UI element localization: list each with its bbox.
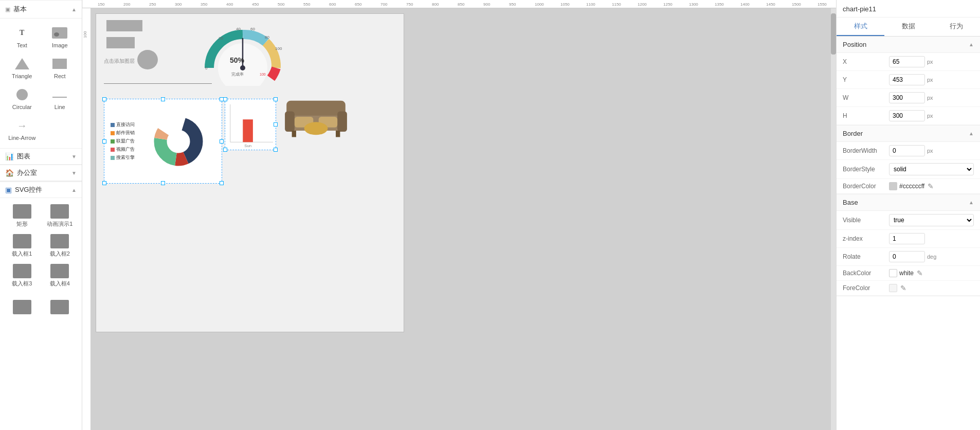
ruler-left-svg: 100 150 200 250 300 350 400 450 500 550 <box>82 8 90 430</box>
bar-chart[interactable]: Sun <box>225 99 276 150</box>
svg-item-load4[interactable]: 载入框4 <box>42 262 78 290</box>
borderwidth-unit: px <box>927 148 933 154</box>
visible-select[interactable]: true false <box>889 214 974 226</box>
triangle-label: Triangle <box>12 73 32 79</box>
tab-data[interactable]: 数据 <box>884 17 932 36</box>
canvas-circle[interactable] <box>137 50 158 69</box>
svg-rect-31 <box>82 8 90 430</box>
handle-ml[interactable] <box>102 139 106 144</box>
svg-item-load1[interactable]: 载入框1 <box>4 232 40 260</box>
svg-rect-71 <box>336 131 340 137</box>
handle-mr[interactable] <box>220 139 224 144</box>
svg-anim1-icon <box>50 204 69 219</box>
svg-load1-icon <box>13 234 31 248</box>
bordercolor-box[interactable] <box>889 182 897 190</box>
border-section-header[interactable]: Border ▲ <box>837 126 980 142</box>
circular-label: Circular <box>12 104 32 110</box>
pie-legend: 直接访问 邮件营销 联盟广告 <box>107 102 138 180</box>
bar-handle-br[interactable] <box>274 148 278 152</box>
image-shape-icon <box>50 26 69 40</box>
legend-color-1 <box>111 131 115 135</box>
svg-item-anim1[interactable]: 动画演示1 <box>42 202 78 230</box>
position-y-row: Y px <box>837 71 980 89</box>
svg-point-69 <box>304 122 328 135</box>
svg-load3-label: 载入框3 <box>12 280 32 288</box>
backcolor-row: BackColor white ✎ <box>837 266 980 281</box>
borderstyle-select[interactable]: solid dashed dotted <box>889 163 974 175</box>
forecolor-box[interactable] <box>889 284 897 292</box>
canvas-area[interactable]: 点击添加图层 <box>90 8 836 430</box>
chart-icon: 📊 <box>5 152 14 160</box>
svg-item-extra2[interactable] <box>42 298 78 318</box>
rect-label: Rect <box>54 73 66 79</box>
svg-item-rect[interactable]: 矩形 <box>4 202 40 230</box>
forecolor-edit-icon[interactable]: ✎ <box>900 284 906 292</box>
svg-text:Sun: Sun <box>244 144 251 148</box>
zindex-input[interactable] <box>889 233 925 244</box>
position-section-header[interactable]: Position ▲ <box>837 37 980 53</box>
handle-bm[interactable] <box>161 181 165 185</box>
right-tabs: 样式 数据 行为 <box>837 17 980 37</box>
handle-bl[interactable] <box>102 181 106 185</box>
base-section-header[interactable]: Base ▲ <box>837 194 980 211</box>
svg-item-extra1[interactable] <box>4 298 40 318</box>
svg-text:0: 0 <box>205 66 208 70</box>
handle-br[interactable] <box>220 181 224 185</box>
svg-text:完成率: 完成率 <box>231 72 244 77</box>
svg-section-header[interactable]: ▣ SVG控件 ▲ <box>0 182 82 198</box>
pie-chart[interactable]: 直接访问 邮件营销 联盟广告 <box>104 99 222 184</box>
svg-text:1100: 1100 <box>586 2 595 7</box>
bar-chart-svg: Sun <box>225 99 276 150</box>
x-input[interactable] <box>889 56 925 67</box>
bar-handle-tl[interactable] <box>223 97 227 101</box>
tab-behavior[interactable]: 行为 <box>932 17 980 36</box>
scrollbar-thumb[interactable] <box>831 13 836 55</box>
basic-section-icon: ▣ <box>5 6 10 13</box>
handle-tm[interactable] <box>161 97 165 101</box>
rotate-input[interactable] <box>889 251 925 262</box>
sidebar-item-circular[interactable]: Circular <box>4 84 40 113</box>
bar-handle-mr[interactable] <box>274 122 278 127</box>
bar-handle-tr[interactable] <box>274 97 278 101</box>
sidebar-item-rect[interactable]: Rect <box>42 53 78 82</box>
bordercolor-edit-icon[interactable]: ✎ <box>928 182 934 190</box>
backcolor-edit-icon[interactable]: ✎ <box>917 269 923 277</box>
backcolor-box[interactable] <box>889 269 897 277</box>
more-items-grid <box>0 294 82 322</box>
tab-style[interactable]: 样式 <box>837 17 884 36</box>
ruler-top-svg: 150 200 250 300 350 400 450 500 550 600 … <box>82 0 836 8</box>
w-input[interactable] <box>889 92 925 103</box>
h-input[interactable] <box>889 110 925 121</box>
svg-rect-61 <box>243 119 253 142</box>
zindex-value-container <box>889 233 974 244</box>
svg-load4-label: 载入框4 <box>50 280 70 288</box>
gauge-chart[interactable]: 0 20 40 60 80 100 完成率 50% 100 <box>199 19 286 91</box>
sidebar-item-text[interactable]: T Text <box>4 23 40 51</box>
canvas-rect-1[interactable] <box>106 20 142 31</box>
canvas-rect-2[interactable] <box>106 37 135 48</box>
office-section-header[interactable]: 🏠 办公室 ▼ <box>0 165 82 181</box>
ruler-left: 100 150 200 250 300 350 400 450 500 550 <box>82 8 90 430</box>
vertical-scrollbar[interactable] <box>831 8 836 430</box>
border-section: Border ▲ BorderWidth px BorderStyle soli… <box>837 126 980 194</box>
sofa-element[interactable] <box>284 94 348 142</box>
borderwidth-input[interactable] <box>889 145 925 156</box>
h-value-container: px <box>889 110 974 121</box>
svg-rect-label: 矩形 <box>16 220 28 228</box>
y-input[interactable] <box>889 74 925 85</box>
y-value-container: px <box>889 74 974 85</box>
handle-tl[interactable] <box>102 97 106 101</box>
chart-section-header[interactable]: 📊 图表 ▼ <box>0 148 82 165</box>
sidebar-item-linearrow[interactable]: → Line-Arrow <box>4 115 40 144</box>
bar-handle-bl[interactable] <box>223 148 227 152</box>
svg-item-load3[interactable]: 载入框3 <box>4 262 40 290</box>
basic-section-header[interactable]: ▣ 基本 ▲ <box>0 0 82 19</box>
svg-item-load2[interactable]: 载入框2 <box>42 232 78 260</box>
svg-point-58 <box>167 130 190 153</box>
svg-text:60: 60 <box>250 27 255 31</box>
sidebar-item-triangle[interactable]: Triangle <box>4 53 40 82</box>
sidebar-item-image[interactable]: Image <box>42 23 78 51</box>
position-x-row: X px <box>837 53 980 71</box>
svg-text:800: 800 <box>432 2 439 7</box>
sidebar-item-line[interactable]: Line <box>42 84 78 113</box>
